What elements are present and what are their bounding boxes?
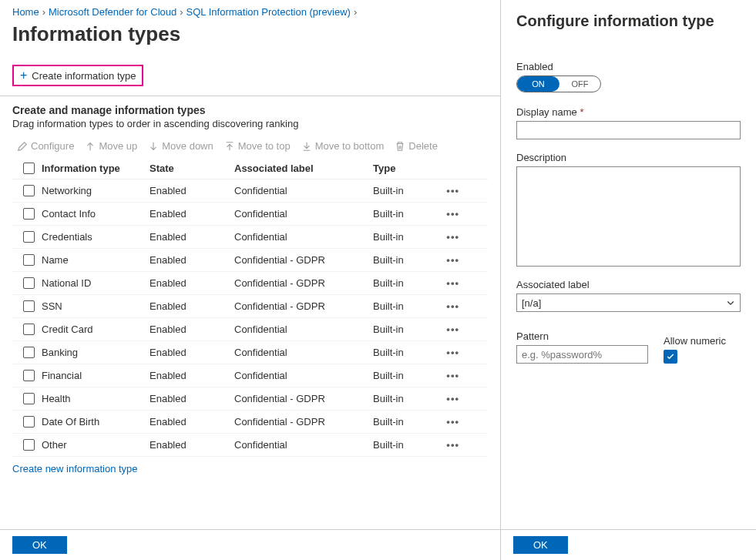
row-name: Credit Card bbox=[42, 324, 150, 335]
create-new-link[interactable]: Create new information type bbox=[12, 463, 488, 474]
panel-title: Configure information type bbox=[516, 12, 741, 30]
breadcrumb-home[interactable]: Home bbox=[12, 6, 39, 18]
row-type: Built-in bbox=[373, 347, 435, 358]
check-icon bbox=[666, 352, 675, 361]
row-label: Confidential - GDPR bbox=[234, 300, 373, 312]
information-types-table: Information type State Associated label … bbox=[12, 158, 488, 457]
row-state: Enabled bbox=[150, 300, 234, 312]
row-label: Confidential bbox=[234, 208, 373, 220]
row-label: Confidential bbox=[234, 185, 373, 196]
table-row[interactable]: Date Of BirthEnabledConfidential - GDPRB… bbox=[12, 411, 488, 434]
row-state: Enabled bbox=[150, 277, 234, 289]
row-checkbox[interactable] bbox=[23, 439, 35, 451]
table-row[interactable]: CredentialsEnabledConfidentialBuilt-in••… bbox=[12, 226, 488, 249]
column-header-type[interactable]: Type bbox=[373, 163, 435, 174]
row-label: Confidential - GDPR bbox=[234, 416, 373, 428]
arrow-up-icon bbox=[85, 141, 96, 152]
row-checkbox[interactable] bbox=[23, 416, 35, 428]
breadcrumb-defender[interactable]: Microsoft Defender for Cloud bbox=[49, 6, 176, 18]
create-information-type-button[interactable]: + Create information type bbox=[12, 65, 143, 86]
row-checkbox[interactable] bbox=[23, 370, 35, 381]
row-checkbox[interactable] bbox=[23, 300, 35, 312]
row-name: Financial bbox=[42, 370, 150, 381]
toggle-on: ON bbox=[517, 76, 559, 92]
row-more-icon[interactable]: ••• bbox=[446, 370, 459, 381]
row-name: Credentials bbox=[42, 231, 150, 243]
row-checkbox[interactable] bbox=[23, 231, 35, 243]
column-header-state[interactable]: State bbox=[150, 163, 234, 174]
row-more-icon[interactable]: ••• bbox=[446, 231, 459, 243]
enabled-toggle[interactable]: ON OFF bbox=[516, 75, 601, 92]
move-to-bottom-action[interactable]: Move to bottom bbox=[301, 140, 385, 152]
table-row[interactable]: National IDEnabledConfidential - GDPRBui… bbox=[12, 272, 488, 295]
select-all-checkbox[interactable] bbox=[23, 163, 35, 174]
section-subtext: Drag information types to order in ascen… bbox=[12, 118, 488, 129]
arrow-to-top-icon bbox=[224, 141, 235, 152]
table-row[interactable]: NameEnabledConfidential - GDPRBuilt-in••… bbox=[12, 249, 488, 272]
move-down-action[interactable]: Move down bbox=[148, 140, 213, 152]
row-name: SSN bbox=[42, 300, 150, 312]
row-more-icon[interactable]: ••• bbox=[446, 254, 459, 266]
row-checkbox[interactable] bbox=[23, 208, 35, 220]
row-type: Built-in bbox=[373, 300, 435, 312]
configure-action[interactable]: Configure bbox=[17, 140, 74, 152]
description-input[interactable] bbox=[516, 166, 741, 267]
row-type: Built-in bbox=[373, 277, 435, 289]
row-more-icon[interactable]: ••• bbox=[446, 324, 459, 335]
row-label: Confidential - GDPR bbox=[234, 254, 373, 266]
row-checkbox[interactable] bbox=[23, 277, 35, 289]
divider bbox=[0, 96, 500, 96]
row-name: National ID bbox=[42, 277, 150, 289]
table-row[interactable]: OtherEnabledConfidentialBuilt-in••• bbox=[12, 434, 488, 457]
table-row[interactable]: NetworkingEnabledConfidentialBuilt-in••• bbox=[12, 179, 488, 203]
associated-label-select[interactable]: [n/a] bbox=[516, 293, 741, 312]
arrow-to-bottom-icon bbox=[301, 141, 312, 152]
table-row[interactable]: Contact InfoEnabledConfidentialBuilt-in•… bbox=[12, 203, 488, 226]
row-checkbox[interactable] bbox=[23, 393, 35, 404]
ok-button-main[interactable]: OK bbox=[12, 536, 67, 554]
section-heading: Create and manage information types bbox=[12, 104, 488, 116]
breadcrumb-sql-info[interactable]: SQL Information Protection (preview) bbox=[186, 6, 351, 18]
table-row[interactable]: SSNEnabledConfidential - GDPRBuilt-in••• bbox=[12, 295, 488, 318]
row-more-icon[interactable]: ••• bbox=[446, 208, 459, 220]
table-row[interactable]: HealthEnabledConfidential - GDPRBuilt-in… bbox=[12, 387, 488, 411]
allow-numeric-checkbox[interactable] bbox=[664, 350, 677, 364]
table-row[interactable]: FinancialEnabledConfidentialBuilt-in••• bbox=[12, 364, 488, 387]
row-more-icon[interactable]: ••• bbox=[446, 393, 459, 404]
row-name: Health bbox=[42, 393, 150, 404]
row-checkbox[interactable] bbox=[23, 324, 35, 335]
row-name: Other bbox=[42, 439, 150, 451]
row-type: Built-in bbox=[373, 439, 435, 451]
description-label: Description bbox=[516, 152, 741, 163]
row-more-icon[interactable]: ••• bbox=[446, 185, 459, 196]
delete-action[interactable]: Delete bbox=[395, 140, 438, 152]
row-more-icon[interactable]: ••• bbox=[446, 300, 459, 312]
row-state: Enabled bbox=[150, 185, 234, 196]
associated-label-label: Associated label bbox=[516, 279, 741, 290]
row-state: Enabled bbox=[150, 393, 234, 404]
row-checkbox[interactable] bbox=[23, 254, 35, 266]
row-type: Built-in bbox=[373, 324, 435, 335]
column-header-name[interactable]: Information type bbox=[42, 163, 150, 174]
row-checkbox[interactable] bbox=[23, 185, 35, 196]
row-state: Enabled bbox=[150, 231, 234, 243]
ok-button-panel[interactable]: OK bbox=[513, 536, 568, 554]
table-row[interactable]: Credit CardEnabledConfidentialBuilt-in••… bbox=[12, 318, 488, 341]
row-checkbox[interactable] bbox=[23, 347, 35, 358]
row-type: Built-in bbox=[373, 231, 435, 243]
row-more-icon[interactable]: ••• bbox=[446, 347, 459, 358]
display-name-input[interactable] bbox=[516, 121, 741, 139]
row-type: Built-in bbox=[373, 393, 435, 404]
row-more-icon[interactable]: ••• bbox=[446, 439, 459, 451]
chevron-down-icon bbox=[726, 298, 735, 307]
row-name: Date Of Birth bbox=[42, 416, 150, 428]
row-more-icon[interactable]: ••• bbox=[446, 277, 459, 289]
column-header-label[interactable]: Associated label bbox=[234, 163, 373, 174]
row-more-icon[interactable]: ••• bbox=[446, 416, 459, 428]
table-row[interactable]: BankingEnabledConfidentialBuilt-in••• bbox=[12, 341, 488, 364]
allow-numeric-label: Allow numeric bbox=[664, 335, 741, 347]
move-to-top-action[interactable]: Move to top bbox=[224, 140, 291, 152]
row-label: Confidential bbox=[234, 231, 373, 243]
pattern-input[interactable] bbox=[516, 345, 648, 364]
move-up-action[interactable]: Move up bbox=[85, 140, 137, 152]
